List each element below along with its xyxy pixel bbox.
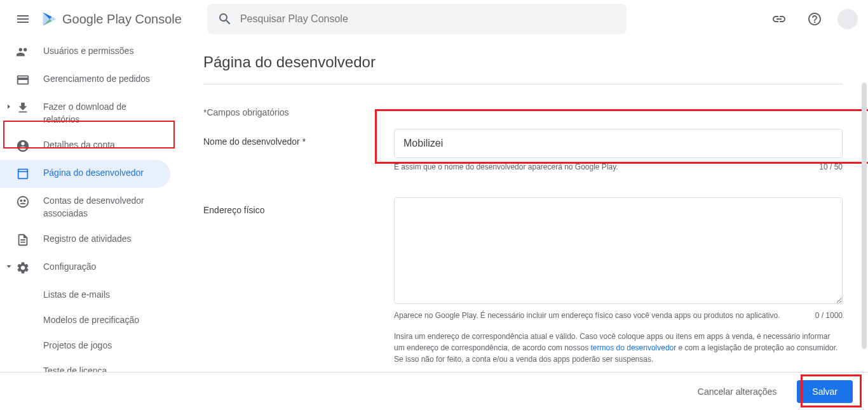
address-label: Endereço físico xyxy=(203,197,394,215)
search-input[interactable] xyxy=(240,13,616,25)
linked-accounts-icon xyxy=(15,194,31,209)
required-fields-note: *Campos obrigatórios xyxy=(203,107,843,117)
users-icon xyxy=(15,44,31,60)
sidebar-label: Projetos de jogos xyxy=(43,339,112,352)
help-icon xyxy=(807,11,822,27)
sidebar-item-linked-accounts[interactable]: Contas de desenvolvedor associadas xyxy=(0,188,170,226)
dev-name-counter: 10 / 50 xyxy=(819,162,843,172)
sidebar-label: Página do desenvolvedor xyxy=(43,166,144,179)
sidebar-item-users[interactable]: Usuários e permissões xyxy=(0,38,170,66)
dev-name-input[interactable] xyxy=(394,129,843,158)
help-button[interactable] xyxy=(802,6,827,32)
main-container: Usuários e permissões Gerenciamento de p… xyxy=(0,38,868,372)
account-icon xyxy=(15,138,31,154)
sidebar-item-developer-page[interactable]: Página do desenvolvedor xyxy=(0,160,170,188)
sidebar-label: Contas de desenvolvedor associadas xyxy=(43,194,160,220)
sidebar-item-game-projects[interactable]: Projetos de jogos xyxy=(0,333,170,358)
sidebar-label: Listas de e-mails xyxy=(43,288,110,301)
play-console-icon xyxy=(41,10,58,28)
document-icon xyxy=(15,232,31,248)
form-row-address: Endereço físico Aparece no Google Play. … xyxy=(203,197,843,372)
logo[interactable]: Google Play Console xyxy=(41,10,182,28)
dev-name-label: Nome do desenvolvedor * xyxy=(203,129,394,147)
sidebar-item-account-details[interactable]: Detalhes da conta xyxy=(0,132,170,160)
sidebar-label: Teste de licença xyxy=(43,364,107,372)
header: Google Play Console xyxy=(0,0,868,38)
address-helper: Aparece no Google Play. É necessário inc… xyxy=(394,310,815,321)
scrollbar[interactable] xyxy=(862,83,867,349)
menu-button[interactable] xyxy=(10,6,36,32)
download-icon xyxy=(15,100,31,116)
sidebar-label: Modelos de precificação xyxy=(43,314,139,326)
sidebar-item-email-lists[interactable]: Listas de e-mails xyxy=(0,282,170,307)
sidebar-item-orders[interactable]: Gerenciamento de pedidos xyxy=(0,66,170,94)
link-button[interactable] xyxy=(766,6,792,32)
search-icon xyxy=(217,11,233,27)
sidebar-label: Registro de atividades xyxy=(43,232,132,245)
sidebar-item-settings[interactable]: Configuração xyxy=(0,254,170,282)
hamburger-icon xyxy=(15,11,31,27)
developer-terms-link[interactable]: termos do desenvolvedor xyxy=(591,343,677,352)
address-info-1: Insira um endereço de correspondência at… xyxy=(394,331,843,365)
sidebar-item-activity-log[interactable]: Registro de atividades xyxy=(0,226,170,254)
form-row-dev-name: Nome do desenvolvedor * É assim que o no… xyxy=(203,129,843,172)
credit-card-icon xyxy=(15,72,31,88)
main-content: Página do desenvolvedor *Campos obrigató… xyxy=(178,38,868,372)
logo-text: Google Play Console xyxy=(62,12,182,27)
sidebar-label: Fazer o download de relatórios xyxy=(43,100,160,126)
avatar[interactable] xyxy=(837,9,858,29)
sidebar-label: Usuários e permissões xyxy=(43,44,133,57)
svg-point-1 xyxy=(20,199,22,202)
sidebar-label: Gerenciamento de pedidos xyxy=(43,72,150,85)
web-page-icon xyxy=(15,166,31,182)
sidebar-label: Configuração xyxy=(43,260,96,273)
sidebar-item-license-test[interactable]: Teste de licença xyxy=(0,358,170,372)
sidebar-label: Detalhes da conta xyxy=(43,138,115,151)
page-title: Página do desenvolvedor xyxy=(203,38,843,84)
header-actions xyxy=(766,6,858,32)
svg-point-2 xyxy=(24,199,26,202)
expand-arrow-icon xyxy=(3,100,15,113)
sidebar-item-download-reports[interactable]: Fazer o download de relatórios xyxy=(0,94,170,132)
address-counter: 0 / 1000 xyxy=(815,310,843,321)
gear-icon xyxy=(15,260,31,275)
sidebar: Usuários e permissões Gerenciamento de p… xyxy=(0,38,178,372)
expand-arrow-icon xyxy=(3,260,15,273)
address-textarea[interactable] xyxy=(394,197,843,304)
dev-name-helper: É assim que o nome do desenvolvedor apar… xyxy=(394,162,819,172)
sidebar-item-pricing-models[interactable]: Modelos de precificação xyxy=(0,307,170,333)
link-icon xyxy=(771,11,787,27)
search-box[interactable] xyxy=(207,4,627,34)
